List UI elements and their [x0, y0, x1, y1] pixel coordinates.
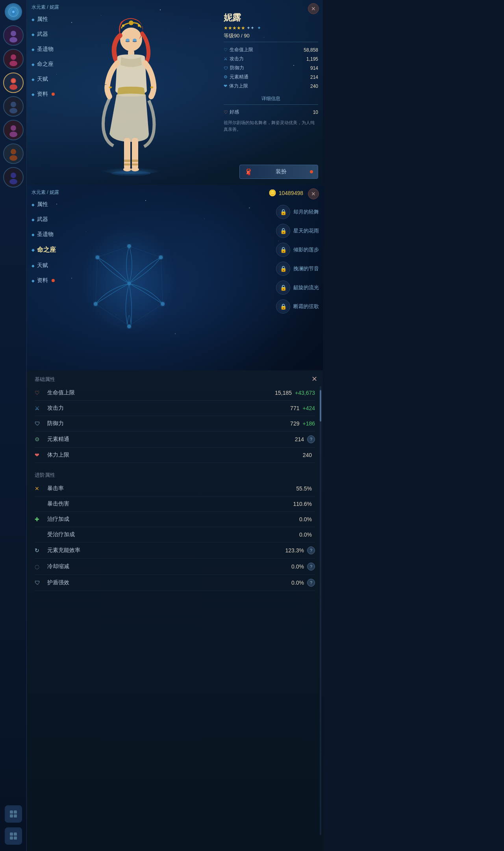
atk-icon: ⚔ — [224, 56, 228, 61]
sidebar-grid-button[interactable] — [5, 805, 22, 823]
ability-lock-1: 🔒 — [276, 205, 290, 219]
stats-cd-label: 冷却缩减 — [47, 563, 291, 570]
nav-weapon-label: 武器 — [37, 31, 48, 38]
nav-attributes-label: 属性 — [37, 16, 48, 23]
stat-row-stamina: ❤ 体力上限 240 — [224, 82, 318, 91]
stat-hp-label: 生命值上限 — [230, 46, 253, 53]
sidebar-logo[interactable] — [5, 3, 22, 20]
stat-em-label: 元素精通 — [230, 74, 248, 80]
stats-row-er: ↻ 元素充能效率 123.3% ? — [35, 543, 315, 559]
ability-name-3: 倾影的莲步 — [293, 246, 319, 253]
character-illustration — [86, 8, 176, 177]
sidebar-avatar-6[interactable] — [3, 143, 24, 164]
stats-em-help[interactable]: ? — [307, 435, 315, 443]
stats-cd-help[interactable]: ? — [307, 563, 315, 570]
nav-artifact[interactable]: 圣遗物 — [32, 46, 55, 53]
svg-point-14 — [9, 155, 17, 161]
svg-point-28 — [129, 20, 133, 25]
ability-item-4[interactable]: 🔒 挽澜的节音 — [276, 262, 319, 276]
ability-item-6[interactable]: 🔒 断霜的弦歌 — [276, 299, 319, 314]
affection-label: 好感 — [230, 109, 239, 115]
sidebar-avatar-7[interactable] — [3, 167, 24, 188]
svg-point-8 — [11, 79, 15, 83]
nav2-artifact[interactable]: 圣遗物 — [32, 231, 56, 238]
ability-item-5[interactable]: 🔒 龃旋的流光 — [276, 281, 319, 295]
detail-button[interactable]: 详细信息 — [224, 93, 318, 105]
sidebar-avatar-5[interactable] — [3, 120, 24, 140]
stats-healing-icon: ✚ — [35, 516, 44, 522]
advanced-stats-table: ✕ 暴击率 55.5% 暴击伤害 110.6% ✚ 治疗加成 0.0% 受治疗加… — [27, 481, 323, 591]
nav2-talent[interactable]: 天赋 — [32, 262, 56, 269]
star-display: ★★★★★ — [224, 25, 245, 31]
ability-item-3[interactable]: 🔒 倾影的莲步 — [276, 243, 319, 257]
stats-crit-rate-icon: ✕ — [35, 485, 44, 492]
breadcrumb-1: 水元素 / 妮露 — [32, 4, 59, 11]
svg-point-53 — [94, 302, 97, 306]
svg-point-30 — [138, 24, 140, 27]
nav-weapon[interactable]: 武器 — [32, 31, 55, 38]
stat-label-stamina: ❤ 体力上限 — [224, 83, 248, 89]
stats-shield-value: 0.0% — [291, 580, 304, 586]
svg-rect-19 — [10, 814, 13, 818]
svg-point-26 — [111, 171, 151, 176]
stats-inc-healing-value: 0.0% — [299, 531, 312, 538]
svg-rect-22 — [14, 832, 17, 836]
scroll-thumb[interactable] — [320, 390, 321, 422]
stat-label-em: ⚙ 元素精通 — [224, 74, 248, 80]
nav-constellation-label: 命之座 — [37, 61, 54, 68]
sidebar-avatar-2[interactable] — [3, 49, 24, 69]
ability-item-2[interactable]: 🔒 星天的花雨 — [276, 224, 319, 238]
nav-attributes[interactable]: 属性 — [32, 16, 55, 23]
svg-point-50 — [127, 244, 131, 248]
costume-button[interactable]: 🧣 装扮 — [239, 165, 318, 179]
nav2-attributes[interactable]: 属性 — [32, 201, 56, 208]
stat-def-label: 防御力 — [230, 65, 244, 71]
svg-rect-37 — [132, 164, 138, 165]
stats-em-icon: ⚙ — [35, 436, 44, 442]
close-button-2[interactable]: ✕ — [308, 188, 319, 199]
stats-panel: ✕ 基础属性 ♡ 生命值上限 15,185 +43,673 ⚔ 攻击力 771 … — [27, 370, 323, 851]
stats-row-def: 🛡 防御力 729 +186 — [35, 416, 315, 431]
basic-stats-title: 基础属性 — [27, 370, 323, 385]
nav2-constellation[interactable]: 命之座 — [32, 246, 56, 254]
stats-healing-value: 0.0% — [299, 516, 312, 522]
stats-cd-value: 0.0% — [291, 563, 304, 570]
svg-point-4 — [11, 54, 16, 60]
stats-shield-label: 护盾强效 — [47, 579, 291, 586]
sidebar-grid-button-2[interactable] — [5, 827, 22, 845]
nav-talent[interactable]: 天赋 — [32, 76, 55, 83]
svg-point-52 — [159, 255, 163, 259]
stats-er-help[interactable]: ? — [307, 546, 315, 554]
nav2-weapon[interactable]: 武器 — [32, 216, 56, 223]
stat-label-hp: ♡ 生命值上限 — [224, 46, 253, 53]
svg-point-27 — [120, 28, 142, 51]
ability-name-5: 龃旋的流光 — [293, 284, 319, 291]
svg-rect-34 — [124, 160, 130, 162]
stats-shield-help[interactable]: ? — [307, 579, 315, 587]
scroll-track[interactable] — [320, 386, 321, 835]
nav-artifact-label: 圣遗物 — [37, 46, 54, 53]
stats-hp-bonus: +43,673 — [295, 390, 315, 396]
sidebar-avatar-nihlu[interactable] — [3, 72, 24, 93]
nav-constellation[interactable]: 命之座 — [32, 61, 55, 68]
main-content: 水元素 / 妮露 ✕ 属性 武器 圣遗物 命之座 天赋 资料 — [27, 0, 323, 851]
stats-shield-icon: 🛡 — [35, 580, 44, 586]
svg-rect-36 — [124, 164, 130, 165]
stats-close-button[interactable]: ✕ — [309, 374, 319, 384]
stamina-icon: ❤ — [224, 84, 227, 89]
breadcrumb-2-text: 水元素 / 妮露 — [32, 189, 59, 196]
sidebar-avatar-4[interactable] — [3, 96, 24, 117]
hp-icon: ♡ — [224, 47, 228, 52]
sidebar-avatar-1[interactable] — [3, 25, 24, 46]
svg-point-11 — [11, 125, 16, 131]
stats-def-icon: 🛡 — [35, 420, 44, 427]
stats-row-em: ⚙ 元素精通 214 ? — [35, 431, 315, 448]
nav-profile[interactable]: 资料 — [32, 91, 55, 98]
svg-point-54 — [161, 302, 165, 306]
breadcrumb-text: 水元素 / 妮露 — [32, 4, 59, 11]
nav2-profile[interactable]: 资料 — [32, 277, 56, 284]
stats-row-crit-dmg: 暴击伤害 110.6% — [35, 496, 315, 512]
ability-name-2: 星天的花雨 — [293, 227, 319, 234]
ability-item-1[interactable]: 🔒 却月的轻舞 — [276, 205, 319, 219]
ability-lock-5: 🔒 — [276, 281, 290, 295]
